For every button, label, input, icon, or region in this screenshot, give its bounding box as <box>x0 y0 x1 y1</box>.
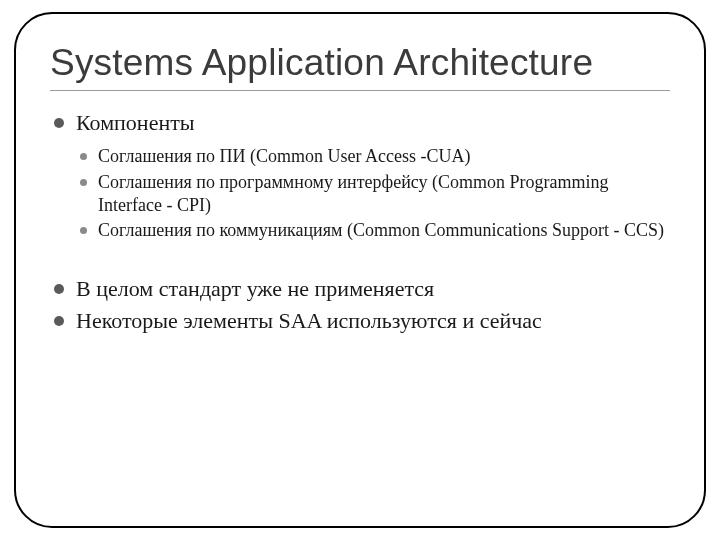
bullet-components: Компоненты Соглашения по ПИ (Common User… <box>50 109 670 243</box>
bullet-note1: В целом стандарт уже не применяется <box>50 275 670 303</box>
sub-bullet-2: Соглашения по коммуникациям (Common Comm… <box>76 219 670 242</box>
bullet-components-label: Компоненты <box>76 110 195 135</box>
slide: Systems Application Architecture Компоне… <box>0 0 720 540</box>
slide-frame: Systems Application Architecture Компоне… <box>14 12 706 528</box>
bullet-list-level1-b: В целом стандарт уже не применяется Неко… <box>50 275 670 335</box>
bullet-list-level1: Компоненты Соглашения по ПИ (Common User… <box>50 109 670 243</box>
bullet-note2: Некоторые элементы SAA используются и се… <box>50 307 670 335</box>
title-divider <box>50 90 670 91</box>
slide-title: Systems Application Architecture <box>50 42 670 84</box>
bullet-list-level2: Соглашения по ПИ (Common User Access -CU… <box>76 145 670 243</box>
sub-bullet-0: Соглашения по ПИ (Common User Access -CU… <box>76 145 670 168</box>
spacer <box>50 247 670 275</box>
sub-bullet-1: Соглашения по программному интерфейсу (C… <box>76 171 670 218</box>
slide-content: Компоненты Соглашения по ПИ (Common User… <box>50 109 670 335</box>
